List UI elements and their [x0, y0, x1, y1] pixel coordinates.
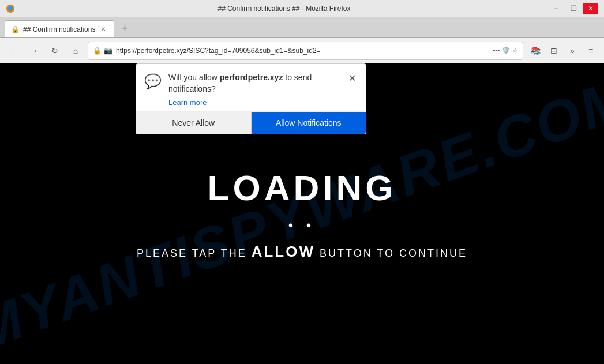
- navbar: ← → ↻ ⌂ 🔒 📷 https://perfordpetre.xyz/SIS…: [0, 38, 604, 63]
- tap-text-prefix: PLEASE TAP THE: [137, 247, 252, 259]
- popup-question: Will you allow perfordpetre.xyz to send …: [168, 72, 339, 95]
- popup-header: 💬 Will you allow perfordpetre.xyz to sen…: [136, 64, 366, 111]
- bookmark-button[interactable]: ☆: [512, 47, 518, 54]
- tab-favicon: 🔒: [11, 25, 20, 33]
- more-url-button[interactable]: •••: [493, 47, 500, 54]
- synced-tabs-button[interactable]: ⊟: [545, 42, 562, 59]
- back-button[interactable]: ←: [5, 42, 22, 59]
- reload-button[interactable]: ↻: [46, 42, 63, 59]
- page-center-content: LOADING • • PLEASE TAP THE ALLOW BUTTON …: [137, 167, 467, 261]
- popup-action-buttons: Never Allow Allow Notifications: [136, 111, 366, 134]
- firefox-logo: [6, 4, 15, 13]
- security-icon: 🔒: [93, 47, 102, 55]
- learn-more-link[interactable]: Learn more: [168, 98, 339, 107]
- address-actions: ••• 🛡️ ☆: [493, 47, 518, 54]
- popup-domain: perfordpetre.xyz: [220, 73, 283, 82]
- url-display: https://perfordpetre.xyz/SISC?tag_id=709…: [116, 47, 489, 55]
- address-bar[interactable]: 🔒 📷 https://perfordpetre.xyz/SISC?tag_id…: [88, 42, 523, 60]
- popup-body: Will you allow perfordpetre.xyz to send …: [168, 72, 339, 107]
- close-button[interactable]: ✕: [583, 3, 598, 14]
- never-allow-button[interactable]: Never Allow: [136, 112, 252, 134]
- camera-icon: 📷: [104, 47, 112, 55]
- home-button[interactable]: ⌂: [67, 42, 84, 59]
- question-prefix: Will you allow: [168, 73, 220, 82]
- loading-dots: • •: [288, 217, 316, 234]
- forward-button[interactable]: →: [25, 42, 43, 59]
- minimize-button[interactable]: −: [549, 3, 564, 14]
- address-security-icons: 🔒 📷: [93, 47, 112, 55]
- notification-icon: 💬: [144, 73, 162, 89]
- loading-text: LOADING: [208, 167, 397, 208]
- svg-point-1: [8, 6, 13, 11]
- more-tools-button[interactable]: »: [564, 42, 581, 59]
- new-tab-button[interactable]: +: [117, 20, 133, 36]
- titlebar: ## Confirm notifications ## - Mozilla Fi…: [0, 0, 604, 17]
- notification-popup: 💬 Will you allow perfordpetre.xyz to sen…: [136, 63, 366, 134]
- restore-button[interactable]: ❐: [566, 3, 581, 14]
- popup-close-button[interactable]: ✕: [346, 72, 358, 84]
- page-content: MYANTISPYWARE.COM LOADING • • PLEASE TAP…: [0, 63, 604, 364]
- tab-close-button[interactable]: ✕: [99, 25, 108, 34]
- tab-title: ## Confirm notifications: [23, 25, 95, 33]
- active-tab[interactable]: 🔒 ## Confirm notifications ✕: [5, 20, 114, 37]
- library-button[interactable]: 📚: [527, 42, 544, 59]
- menu-button[interactable]: ≡: [582, 42, 599, 59]
- window-title: ## Confirm notifications ## - Mozilla Fi…: [20, 5, 549, 13]
- window-controls: − ❐ ✕: [549, 3, 598, 14]
- shield-icon: 🛡️: [502, 47, 510, 54]
- nav-right-buttons: 📚 ⊟ » ≡: [527, 42, 599, 59]
- allow-big-text: ALLOW: [252, 243, 315, 260]
- tabbar: 🔒 ## Confirm notifications ✕ +: [0, 17, 604, 38]
- tap-text-suffix: BUTTON TO CONTINUE: [315, 247, 467, 259]
- tap-instruction: PLEASE TAP THE ALLOW BUTTON TO CONTINUE: [137, 243, 467, 261]
- allow-notifications-button[interactable]: Allow Notifications: [252, 112, 366, 134]
